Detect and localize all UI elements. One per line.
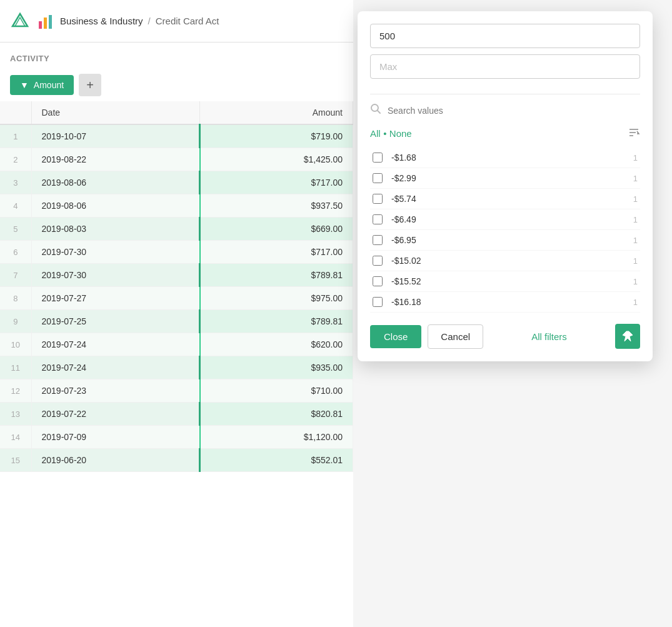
filter-value-item: -$1.681 (370, 148, 640, 168)
table-row: 32019-08-06$717.00 (0, 171, 353, 194)
filter-value-item: -$5.741 (370, 189, 640, 209)
filter-value-checkbox[interactable] (373, 194, 383, 204)
table-row: 62019-07-30$717.00 (0, 241, 353, 264)
close-button[interactable]: Close (370, 325, 421, 348)
select-all-link[interactable]: All (370, 128, 381, 139)
add-filter-button[interactable]: + (79, 74, 101, 96)
cancel-button[interactable]: Cancel (428, 324, 483, 349)
filter-value-checkbox[interactable] (373, 297, 383, 307)
cell-date: 2019-08-03 (31, 218, 200, 241)
cell-date: 2019-07-25 (31, 310, 200, 333)
dot-separator: • (383, 128, 386, 139)
all-filters-button[interactable]: All filters (489, 331, 609, 342)
search-icon (370, 103, 381, 118)
filter-value-checkbox[interactable] (373, 173, 383, 183)
activity-label: ACTIVITY (10, 54, 49, 63)
cell-amount: $1,120.00 (200, 426, 353, 449)
filter-value-label: -$2.99 (391, 173, 625, 183)
filter-value-checkbox[interactable] (373, 276, 383, 286)
main-table-area: Business & Industry / Credit Card Act AC… (0, 0, 353, 627)
table-row: 142019-07-09$1,120.00 (0, 426, 353, 449)
table-row: 12019-10-07$719.00 (0, 124, 353, 148)
min-value-input[interactable] (370, 24, 640, 48)
col-header-num (0, 101, 31, 124)
cell-row-num: 1 (0, 124, 31, 148)
cell-date: 2019-06-20 (31, 449, 200, 472)
filter-value-count: 1 (625, 298, 638, 307)
cell-row-num: 7 (0, 264, 31, 287)
cell-row-num: 3 (0, 171, 31, 194)
svg-rect-2 (39, 21, 42, 29)
search-values-input[interactable] (388, 106, 640, 116)
cell-amount: $710.00 (200, 379, 353, 403)
cell-amount: $937.50 (200, 194, 353, 218)
cell-row-num: 6 (0, 241, 31, 264)
cell-amount: $975.00 (200, 287, 353, 310)
cell-date: 2019-07-09 (31, 426, 200, 449)
cell-date: 2019-08-06 (31, 194, 200, 218)
amount-filter-button[interactable]: ▼ Amount (10, 75, 74, 95)
table-row: 22019-08-22$1,425.00 (0, 148, 353, 171)
cell-amount: $719.00 (200, 124, 353, 148)
sort-icon[interactable] (628, 126, 640, 141)
select-none-link[interactable]: None (389, 128, 412, 139)
cell-amount: $669.00 (200, 218, 353, 241)
cell-row-num: 11 (0, 356, 31, 379)
table-row: 152019-06-20$552.01 (0, 449, 353, 472)
filter-value-item: -$16.181 (370, 292, 640, 313)
svg-line-6 (378, 111, 380, 113)
filter-value-count: 1 (625, 153, 638, 163)
funnel-icon: ▼ (20, 80, 29, 90)
cell-row-num: 2 (0, 148, 31, 171)
cell-amount: $620.00 (200, 333, 353, 356)
cell-amount: $717.00 (200, 241, 353, 264)
filter-value-count: 1 (625, 194, 638, 204)
filter-value-label: -$15.02 (391, 256, 625, 266)
table-row: 92019-07-25$789.81 (0, 310, 353, 333)
cell-row-num: 15 (0, 449, 31, 472)
cell-row-num: 8 (0, 287, 31, 310)
table-header-row: Date Amount (0, 101, 353, 124)
table-row: 122019-07-23$710.00 (0, 379, 353, 403)
breadcrumb-separator: / (148, 16, 151, 26)
cell-row-num: 12 (0, 379, 31, 403)
panel-footer: Close Cancel All filters (370, 324, 640, 349)
filter-value-label: -$1.68 (391, 153, 625, 163)
table-row: 112019-07-24$935.00 (0, 356, 353, 379)
filter-value-checkbox[interactable] (373, 256, 383, 266)
filter-btn-label: Amount (34, 80, 64, 90)
biz-industry-icon (38, 13, 55, 30)
activity-section: ACTIVITY (0, 43, 353, 69)
svg-rect-4 (49, 15, 52, 29)
cell-date: 2019-08-22 (31, 148, 200, 171)
filter-value-item: -$6.951 (370, 230, 640, 251)
cell-date: 2019-07-24 (31, 333, 200, 356)
cell-amount: $789.81 (200, 264, 353, 287)
breadcrumb-app: Business & Industry (60, 16, 143, 26)
select-all-row: All • None (370, 126, 640, 141)
page-header: Business & Industry / Credit Card Act (0, 0, 353, 43)
table-row: 42019-08-06$937.50 (0, 194, 353, 218)
col-header-amount: Amount (200, 101, 353, 124)
cell-date: 2019-10-07 (31, 124, 200, 148)
cell-row-num: 4 (0, 194, 31, 218)
table-row: 102019-07-24$620.00 (0, 333, 353, 356)
panel-divider (370, 94, 640, 94)
breadcrumb: Business & Industry / Credit Card Act (60, 16, 219, 26)
cell-date: 2019-08-06 (31, 171, 200, 194)
filter-value-item: -$15.521 (370, 271, 640, 292)
filter-value-count: 1 (625, 256, 638, 266)
filter-value-checkbox[interactable] (373, 235, 383, 245)
filter-values-list: -$1.681-$2.991-$5.741-$6.491-$6.951-$15.… (370, 148, 640, 313)
filter-value-label: -$16.18 (391, 297, 625, 307)
table-row: 72019-07-30$789.81 (0, 264, 353, 287)
cell-date: 2019-07-24 (31, 356, 200, 379)
filter-value-checkbox[interactable] (373, 153, 383, 163)
filter-value-checkbox[interactable] (373, 214, 383, 224)
cell-row-num: 9 (0, 310, 31, 333)
cell-row-num: 13 (0, 403, 31, 426)
max-value-input[interactable] (370, 54, 640, 79)
cell-amount: $552.01 (200, 449, 353, 472)
pin-button[interactable] (615, 324, 640, 349)
cell-amount: $1,425.00 (200, 148, 353, 171)
